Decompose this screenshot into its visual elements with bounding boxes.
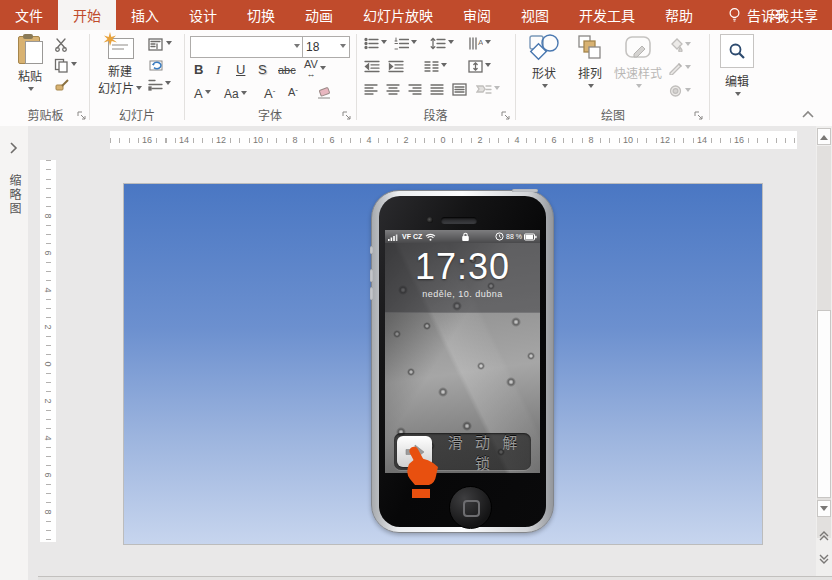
layout-button[interactable]	[148, 38, 172, 51]
font-dialog-launcher[interactable]	[342, 111, 352, 121]
scrollbar-thumb[interactable]	[817, 310, 831, 498]
collapse-ribbon-button[interactable]	[800, 108, 816, 122]
tab-view[interactable]: 视图	[506, 0, 564, 30]
paste-dropdown-arrow[interactable]	[28, 87, 34, 94]
justify-button[interactable]	[430, 83, 444, 96]
shape-fill-dropdown-arrow[interactable]	[685, 42, 691, 49]
shapes-button[interactable]: 形状	[524, 34, 564, 91]
align-center-button[interactable]	[386, 83, 400, 96]
columns-button[interactable]	[424, 60, 447, 73]
share-button[interactable]: 共享	[768, 0, 818, 30]
cut-button[interactable]	[54, 38, 70, 52]
numbering-icon	[394, 37, 409, 50]
slide-canvas[interactable]: VF CZ	[123, 183, 763, 545]
tab-animations[interactable]: 动画	[290, 0, 348, 30]
increase-indent-button[interactable]	[388, 60, 404, 73]
line-spacing-dropdown-arrow[interactable]	[448, 40, 454, 47]
new-slide-dropdown-arrow[interactable]	[136, 86, 142, 93]
shape-fill-button[interactable]	[668, 38, 691, 52]
align-text-button[interactable]	[468, 60, 491, 73]
smartart-dropdown-arrow[interactable]	[494, 86, 500, 93]
font-size-dropdown-arrow[interactable]	[340, 44, 346, 51]
tab-design[interactable]: 设计	[174, 0, 232, 30]
underline-button[interactable]: U	[236, 62, 245, 77]
shape-outline-dropdown-arrow[interactable]	[685, 65, 691, 72]
tab-home[interactable]: 开始	[58, 0, 116, 30]
quick-styles-dropdown-arrow[interactable]	[636, 84, 642, 91]
text-direction-button[interactable]: A	[468, 37, 491, 50]
shape-effects-button[interactable]	[668, 84, 691, 98]
convert-smartart-button[interactable]	[476, 83, 500, 96]
tab-file[interactable]: 文件	[0, 0, 58, 30]
align-right-button[interactable]	[408, 83, 422, 96]
columns-dropdown-arrow[interactable]	[441, 63, 447, 70]
align-text-dropdown-arrow[interactable]	[485, 63, 491, 70]
expand-pane-chevron-icon[interactable]	[9, 142, 18, 154]
arrange-dropdown-arrow[interactable]	[588, 84, 594, 91]
bullets-button[interactable]	[364, 37, 387, 50]
arrange-button[interactable]: 排列	[570, 34, 610, 91]
tab-developer[interactable]: 开发工具	[564, 0, 650, 30]
numbering-dropdown-arrow[interactable]	[411, 40, 417, 47]
strikethrough-button[interactable]: abc	[278, 64, 296, 76]
next-slide-button[interactable]	[817, 550, 831, 567]
font-color-dropdown-arrow[interactable]	[205, 90, 211, 97]
home-button[interactable]	[449, 486, 492, 529]
shapes-dropdown-arrow[interactable]	[542, 84, 548, 91]
scroll-up-button[interactable]	[817, 128, 831, 145]
shape-outline-button[interactable]	[668, 61, 691, 75]
new-slide-button[interactable]: 新建 幻灯片	[96, 34, 144, 96]
iphone-image[interactable]: VF CZ	[371, 190, 554, 533]
copy-dropdown-arrow[interactable]	[71, 62, 77, 69]
bullets-dropdown-arrow[interactable]	[381, 40, 387, 47]
tab-slideshow[interactable]: 幻灯片放映	[348, 0, 448, 30]
section-button[interactable]	[148, 78, 171, 91]
shape-effects-dropdown-arrow[interactable]	[685, 88, 691, 95]
bold-button[interactable]: B	[194, 62, 203, 77]
distribute-button[interactable]	[452, 83, 467, 96]
font-size-combobox[interactable]: 18	[302, 36, 350, 58]
text-direction-dropdown-arrow[interactable]	[485, 40, 491, 47]
horizontal-ruler[interactable]: 1614121086420246810121416	[110, 131, 797, 149]
tab-review[interactable]: 审阅	[448, 0, 506, 30]
thumbnail-pane[interactable]: 缩略图	[0, 126, 29, 580]
v-ruler-number: 8	[43, 508, 53, 515]
character-spacing-button[interactable]: AV↔	[304, 60, 326, 79]
font-name-combobox[interactable]	[190, 36, 304, 58]
decrease-indent-button[interactable]	[364, 60, 380, 73]
previous-slide-button[interactable]	[817, 527, 831, 544]
editing-dropdown-arrow[interactable]	[735, 92, 741, 99]
h-ruler-number: 4	[364, 135, 373, 145]
section-dropdown-arrow[interactable]	[165, 81, 171, 88]
copy-button[interactable]	[54, 58, 77, 73]
wifi-icon	[425, 233, 436, 241]
tab-transitions[interactable]: 切换	[232, 0, 290, 30]
shrink-font-button[interactable]: Aˇ	[288, 86, 298, 98]
font-color-button[interactable]: A	[194, 86, 211, 101]
layout-dropdown-arrow[interactable]	[166, 41, 172, 48]
change-case-button[interactable]: Aa	[224, 87, 247, 101]
line-spacing-button[interactable]	[430, 37, 454, 50]
grow-font-button[interactable]: Aˆ	[264, 86, 275, 101]
character-spacing-dropdown-arrow[interactable]	[320, 66, 326, 73]
group-separator	[89, 34, 90, 120]
clipboard-dialog-launcher[interactable]	[77, 111, 87, 121]
clear-formatting-button[interactable]	[316, 86, 332, 100]
paste-button[interactable]: 粘贴	[10, 34, 50, 94]
tab-help[interactable]: 帮助	[650, 0, 708, 30]
editing-button[interactable]: 编辑	[714, 34, 760, 99]
reset-slide-button[interactable]	[148, 58, 164, 72]
quick-styles-button[interactable]: 快速样式	[612, 34, 664, 91]
format-painter-button[interactable]	[54, 78, 70, 93]
numbering-button[interactable]	[394, 37, 417, 50]
text-shadow-button[interactable]: S	[258, 62, 267, 77]
drawing-dialog-launcher[interactable]	[694, 111, 704, 121]
vertical-ruler[interactable]: 864202468	[40, 160, 56, 542]
font-name-dropdown-arrow[interactable]	[294, 44, 300, 51]
change-case-dropdown-arrow[interactable]	[241, 91, 247, 98]
italic-button[interactable]: I	[216, 62, 220, 78]
tab-insert[interactable]: 插入	[116, 0, 174, 30]
align-left-button[interactable]	[364, 83, 378, 96]
scroll-down-button[interactable]	[817, 500, 831, 517]
paragraph-dialog-launcher[interactable]	[501, 111, 511, 121]
